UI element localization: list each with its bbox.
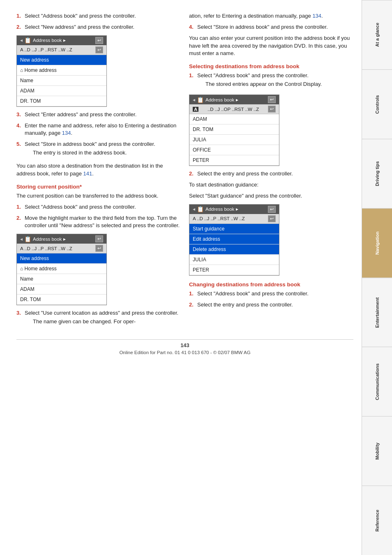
- back-arrow-icon-2: ◂: [20, 236, 23, 242]
- ab-row-start-guidance: Start guidance: [189, 224, 279, 234]
- address-book-icon-3: 📋: [197, 97, 204, 103]
- page-link-134b[interactable]: 134: [312, 13, 321, 19]
- step-text: Select "Use current location as address"…: [25, 309, 181, 328]
- ab-row-home: Home address: [17, 65, 106, 76]
- step-text: Enter the name and address, refer also t…: [25, 122, 181, 138]
- page-link-134a[interactable]: 134: [62, 130, 71, 136]
- ab-row-peter-3: PETER: [189, 155, 279, 166]
- sidebar-tab-navigation[interactable]: Navigation: [362, 208, 392, 278]
- address-book-widget-1: ◂ 📋 Address book ▸ ↩ A ..D ..J ..P ..RST…: [16, 35, 107, 107]
- step-number: 2.: [189, 301, 195, 309]
- section-heading-selecting: Selecting destinations from address book: [189, 63, 353, 69]
- left-step-2: 2. Select "New address" and press the co…: [16, 23, 181, 31]
- ab-row-peter-4: PETER: [189, 265, 279, 275]
- ab-forward-arrow: ▸: [63, 37, 66, 43]
- step-text: Select the entry and press the controlle…: [197, 170, 353, 178]
- ab-header-title-4: ◂ 📋 Address book ▸: [193, 206, 238, 212]
- ab-header-label-2: Address book: [33, 237, 62, 242]
- home-icon-2: [20, 266, 25, 272]
- ab-header-2: ◂ 📋 Address book ▸ ↩: [17, 234, 106, 244]
- step-number: 1.: [16, 12, 22, 20]
- para-start-guidance-b: Select "Start guidance" and press the co…: [189, 192, 353, 200]
- ab-header-label-4: Address book: [205, 207, 234, 212]
- step-text: Select "Enter address" and press the con…: [25, 111, 181, 119]
- step-number: 3.: [16, 309, 22, 328]
- page-number: 143: [16, 342, 353, 348]
- sidebar-tab-communications[interactable]: Communications: [362, 347, 392, 416]
- address-book-widget-3: ◂ 📋 Address book ▸ ↩ A..D ..J ..OP ..RST…: [189, 94, 279, 166]
- para-start-guidance: To start destination guidance:: [189, 181, 353, 189]
- page-link-141[interactable]: 141: [83, 170, 92, 177]
- right-s4-step-1: 1. Select "Address book" and press the c…: [189, 290, 353, 298]
- step-text: Select "Address book" and press the cont…: [197, 72, 353, 90]
- step-number: 2.: [16, 214, 22, 230]
- main-content: 1. Select "Address book" and press the c…: [0, 0, 362, 555]
- ab-header-4: ◂ 📋 Address book ▸ ↩: [189, 205, 279, 214]
- right-s3-step-1: 1. Select "Address book" and press the c…: [189, 72, 353, 90]
- address-book-widget-4: ◂ 📋 Address book ▸ ↩ A ..D ..J ..P ..RST…: [189, 204, 279, 276]
- section2-para: The current position can be transferred …: [16, 192, 181, 200]
- left-s2-step-1: 1. Select "Address book" and press the c…: [16, 203, 181, 211]
- right-s3-step-2: 2. Select the entry and press the contro…: [189, 170, 353, 178]
- ab-header-3: ◂ 📋 Address book ▸ ↩: [189, 95, 279, 104]
- step-text: Select "Address book" and press the cont…: [25, 12, 181, 20]
- two-column-layout: 1. Select "Address book" and press the c…: [16, 12, 353, 331]
- sidebar-tab-controls[interactable]: Controls: [362, 69, 392, 139]
- section-heading-storing: Storing current position*: [16, 184, 181, 190]
- step-number: 5.: [16, 140, 22, 159]
- right-s4-step-2: 2. Select the entry and press the contro…: [189, 301, 353, 309]
- ab-header-title-2: ◂ 📋 Address book ▸: [20, 236, 66, 242]
- back-arrow-icon-4: ◂: [193, 206, 195, 212]
- ab-forward-arrow-3: ▸: [236, 97, 238, 103]
- sidebar-tab-reference[interactable]: Reference: [362, 486, 392, 555]
- step-text: Move the highlight marker to the third f…: [25, 214, 181, 230]
- step-subtext: The entry is stored in the address book.: [25, 149, 181, 157]
- address-book-widget-2: ◂ 📋 Address book ▸ ↩ A ..D ..J ..P ..RST…: [16, 234, 107, 305]
- right-para-top: ation, refer to Entering a destination m…: [189, 12, 353, 20]
- right-step-4: 4. Select "Store in address book" and pr…: [189, 23, 353, 31]
- left-s2-step-2: 2. Move the highlight marker to the thir…: [16, 214, 181, 230]
- home-icon: [20, 67, 25, 73]
- ab-row-drtom: DR. TOM: [17, 96, 106, 106]
- ab-alpha-text-2: A ..D ..J ..P ..RST ..W ..Z: [20, 246, 72, 251]
- enter-icon-3: ↩: [95, 235, 103, 242]
- ab-row-drtom-2: DR. TOM: [17, 295, 106, 305]
- sidebar-tab-entertainment[interactable]: Entertainment: [362, 278, 392, 347]
- ab-row-drtom-3: DR. TOM: [189, 124, 279, 135]
- enter-icon-8: ↩: [268, 215, 276, 222]
- left-s2-step-3: 3. Select "Use current location as addre…: [16, 309, 181, 328]
- ab-row-julia-3: JULIA: [189, 135, 279, 145]
- step-text: Select "New address" and press the contr…: [25, 23, 181, 31]
- ab-alpha-text-4: A ..D ..J ..P ..RST ..W ..Z: [193, 216, 245, 221]
- footer-text: Online Edition for Part no. 01 41 0 013 …: [16, 350, 353, 355]
- back-arrow-icon-3: ◂: [193, 97, 195, 103]
- left-column: 1. Select "Address book" and press the c…: [16, 12, 181, 331]
- right-column: ation, refer to Entering a destination m…: [189, 12, 353, 331]
- address-book-icon-2: 📋: [24, 236, 31, 242]
- step-number: 2.: [16, 23, 22, 31]
- address-book-icon-4: 📋: [197, 206, 204, 212]
- ab-row-edit-address: Edit address: [189, 234, 279, 244]
- right-para-after: You can also enter your current position…: [189, 35, 353, 58]
- sidebar-tab-driving-tips[interactable]: Driving tips: [362, 139, 392, 208]
- ab-forward-arrow-2: ▸: [63, 236, 66, 242]
- step-subtext-r1: The stored entries appear on the Control…: [197, 81, 353, 88]
- ab-alpha-row-3: A..D ..J ..OP ..RST ..W ..Z ↩: [189, 104, 279, 114]
- sidebar-tab-mobility[interactable]: Mobility: [362, 416, 392, 486]
- ab-header: ◂ 📋 Address book ▸ ↩: [17, 36, 106, 45]
- ab-alpha-text: A ..D ..J ..P ..RST ..W ..Z: [20, 47, 72, 52]
- ab-row-julia-4: JULIA: [189, 255, 279, 265]
- step-text: Select "Store in address book" and press…: [25, 140, 181, 159]
- ab-row-office-3: OFFICE: [189, 145, 279, 155]
- section-heading-changing: Changing destinations from address book: [189, 281, 353, 288]
- para-store-dest: You can also store a destination from th…: [16, 162, 181, 178]
- back-arrow-icon: ◂: [20, 37, 23, 43]
- ab-alpha-row-2: A ..D ..J ..P ..RST ..W ..Z ↩: [17, 244, 106, 253]
- ab-header-label: Address book: [33, 38, 62, 43]
- enter-icon-5: ↩: [268, 96, 276, 103]
- enter-icon-4: ↩: [95, 245, 103, 252]
- left-step-3: 3. Select "Enter address" and press the …: [16, 111, 181, 119]
- ab-header-title-3: ◂ 📋 Address book ▸: [193, 97, 238, 103]
- ab-header-title: ◂ 📋 Address book ▸: [20, 37, 66, 44]
- sidebar-tab-at-a-glance[interactable]: At a glance: [362, 0, 392, 69]
